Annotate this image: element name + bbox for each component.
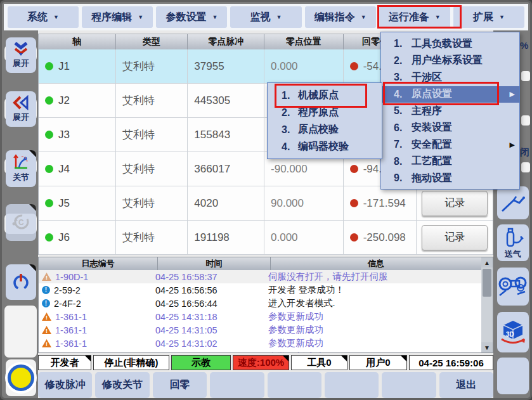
user-frame-badge[interactable]: 用户0 [349, 355, 407, 370]
modify-pulse-button[interactable]: 修改脉冲 [38, 372, 92, 398]
double-chevron-left-icon [13, 95, 29, 110]
chevron-down-icon: ▼ [276, 14, 282, 20]
scroll-up-icon[interactable]: ▲ [481, 257, 493, 268]
sidebar-button-edge [521, 71, 530, 81]
pulse-cell: 191198 [188, 221, 264, 254]
menu-item-safety-config[interactable]: 7.安全配置▶ [381, 136, 519, 153]
exit-button[interactable]: 退出 [439, 372, 493, 398]
axis-status-dot [45, 199, 53, 207]
log-row[interactable]: !2-59-2 04-25 16:56:56 开发者 登录成功！ [39, 283, 493, 297]
menu-label: 程序编辑 [91, 11, 132, 24]
home-status-dot [350, 233, 358, 242]
scrollbar-thumb[interactable] [483, 269, 491, 297]
gas-bottle-icon [502, 226, 524, 248]
scroll-down-icon[interactable]: ▼ [481, 342, 493, 352]
submenu-arrow-icon: ▶ [510, 141, 515, 149]
menu-extend[interactable]: 扩展▼ [453, 6, 524, 28]
svg-text:C: C [18, 218, 24, 227]
cycle-mode-icon: C [11, 212, 30, 233]
svg-text:3D: 3D [506, 331, 514, 338]
menu-system[interactable]: 系统▼ [8, 6, 79, 28]
menu-label: 编辑指令 [315, 11, 355, 24]
axis-status-dot [45, 62, 53, 70]
speed-badge[interactable]: 速度:100% [233, 355, 289, 370]
record-cell: 记录 [417, 221, 493, 254]
run-prepare-menu: 1.工具负载设置 2.用户坐标系设置 3.干涉区 4.原点设置▶ 5.主程序 6… [380, 32, 520, 190]
pulse-cell: 4020 [188, 186, 264, 220]
warning-icon: ! [42, 352, 51, 353]
tool-badge[interactable]: 工具0 [291, 355, 347, 370]
app-window: 系统▼ 程序编辑▼ 参数设置▼ 监视▼ 编辑指令▼ 运行准备▼ 扩展▼ 展开 [0, 0, 532, 400]
menu-monitor[interactable]: 监视▼ [230, 6, 301, 28]
empty-button[interactable] [210, 372, 264, 398]
torch-button[interactable] [497, 186, 529, 219]
log-row[interactable]: !2-4F-2 04-25 16:56:44 进入开发者模式. [39, 297, 493, 310]
record-button[interactable]: 记录 [422, 191, 488, 216]
modify-joint-button[interactable]: 修改关节 [95, 372, 149, 398]
axis-row-j6[interactable]: J6 艾利特 191198 0.000 -250.098 记录 [39, 221, 493, 255]
submenu-item-origin-check[interactable]: 3.原点校验 [268, 121, 382, 138]
axis-cell: J1 [39, 49, 116, 83]
home-button[interactable]: 回零 [153, 372, 207, 398]
power-icon [11, 272, 30, 292]
type-cell: 艾利特 [116, 49, 188, 83]
deadman-button[interactable] [6, 359, 36, 396]
log-row[interactable]: !1-361-1 04-25 14:31:05 参数更新成功 [39, 323, 493, 337]
axis-status-dot [45, 165, 53, 173]
col-header-zero-pulse: 零点脉冲 [188, 34, 264, 49]
log-row[interactable]: !1-361-1 04-25 14:31:18 参数更新成功 [39, 310, 493, 323]
axis-name: J1 [58, 60, 70, 73]
expand-left-button[interactable]: 展开 [6, 91, 36, 127]
axis-cell: J5 [39, 186, 116, 220]
menu-item-user-coord-settings[interactable]: 2.用户坐标系设置 [381, 53, 519, 70]
cycle-mode-button[interactable]: C [6, 204, 36, 241]
log-panel: 日志编号 时间 信息 !1-90D-1 04-25 16:58:37 伺服没有打… [38, 257, 493, 353]
empty-button[interactable] [268, 372, 321, 398]
menu-item-install-settings[interactable]: 6.安装设置 [381, 120, 519, 137]
record-button[interactable]: 记录 [422, 225, 488, 250]
annotation-box-origin-settings [383, 82, 499, 105]
menu-item-drag-settings[interactable]: 9.拖动设置 [381, 170, 519, 187]
joint-robot-icon [13, 154, 29, 171]
col-header-zero-pos: 零点位置 [264, 34, 344, 49]
log-row-partial: !1-361-1 04-25 14:31:02 参数更新成功 [39, 350, 493, 353]
sidebar-button-edge [521, 115, 530, 126]
home-status-dot [350, 62, 358, 70]
axis-name: J3 [58, 129, 70, 141]
pulse-cell: 445305 [188, 84, 264, 117]
log-row[interactable]: !1-90D-1 04-25 16:58:37 伺服没有打开，请先打开伺服 [39, 270, 493, 283]
axis-status-dot [45, 233, 53, 242]
wire-feeder-button[interactable] [497, 268, 529, 306]
log-scrollbar[interactable]: ▲ ▼ [481, 257, 493, 352]
axis-name: J2 [58, 94, 70, 107]
type-cell: 艾利特 [116, 118, 188, 152]
menu-item-process-config[interactable]: 8.工艺配置 [381, 153, 519, 171]
sidebar-button-edge [521, 162, 530, 172]
power-button[interactable] [6, 264, 36, 300]
user-mode-badge[interactable]: 开发者 [38, 355, 91, 370]
log-row[interactable]: !1-361-1 04-25 14:31:02 参数更新成功 [39, 337, 493, 350]
menu-edit-instruction[interactable]: 编辑指令▼ [305, 6, 376, 28]
home-status-dot [350, 165, 358, 173]
submenu-item-encoder-check[interactable]: 4.编码器校验 [268, 138, 382, 155]
pulse-cell: 155843 [188, 118, 264, 152]
empty-button[interactable] [325, 372, 379, 398]
log-col-msg: 信息 [271, 257, 481, 270]
submenu-arrow-icon: ▶ [510, 90, 515, 98]
col-header-axis: 轴 [39, 34, 116, 49]
menu-item-tool-load-settings[interactable]: 1.工具负载设置 [381, 35, 519, 53]
gas-supply-button[interactable]: 送气 [497, 224, 529, 261]
warning-icon: ! [42, 326, 51, 334]
empty-side-button[interactable] [497, 358, 529, 394]
expand-down-button[interactable]: 展开 [6, 37, 36, 73]
axis-name: J5 [58, 197, 70, 210]
empty-button[interactable] [382, 372, 436, 398]
double-chevron-down-icon [13, 41, 29, 56]
joint-coord-button[interactable]: 关节 [6, 150, 36, 187]
zero-pos-cell: 90.000 [264, 186, 344, 220]
menu-param-settings[interactable]: 参数设置▼ [156, 6, 227, 28]
home-pos-cell: -171.594 [344, 186, 417, 220]
menu-program-edit[interactable]: 程序编辑▼ [82, 6, 153, 28]
view-3d-button[interactable]: 3D [497, 312, 529, 352]
axis-row-j5[interactable]: J5 艾利特 4020 90.000 -171.594 记录 [39, 186, 493, 221]
